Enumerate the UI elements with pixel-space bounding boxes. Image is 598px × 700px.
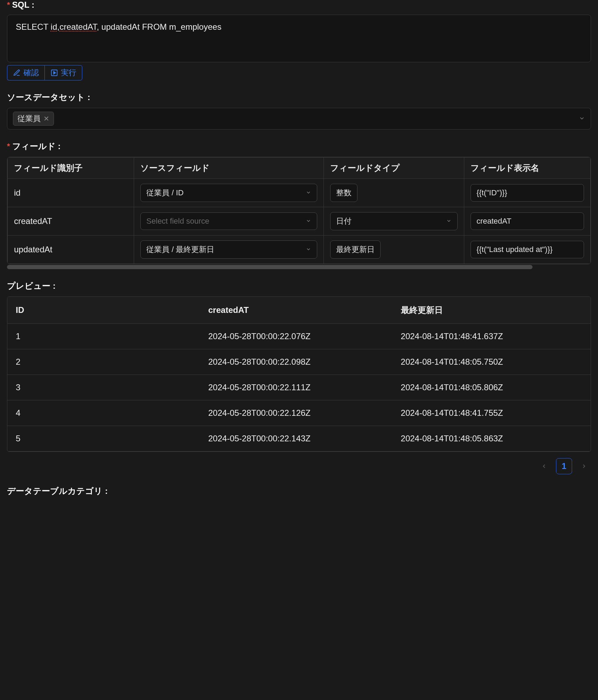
table-row: updatedAt従業員 / 最終更新日最終更新日{{t("Last updat… bbox=[8, 236, 591, 264]
preview-label: プレビュー : bbox=[7, 280, 591, 292]
chevron-down-icon bbox=[446, 217, 452, 226]
preview-cell: 2024-05-28T00:00:22.111Z bbox=[200, 375, 392, 400]
table-row: 22024-05-28T00:00:22.098Z2024-08-14T01:4… bbox=[7, 349, 591, 375]
preview-cell: 2024-08-14T01:48:05.863Z bbox=[392, 426, 591, 451]
fields-col-identifier: フィールド識別子 bbox=[8, 158, 134, 179]
sql-text-part: SELECT bbox=[16, 22, 51, 31]
field-source-value: Select field source bbox=[146, 217, 209, 226]
field-source-value: 従業員 / ID bbox=[146, 188, 183, 198]
execute-button[interactable]: 実行 bbox=[44, 65, 82, 80]
table-row: id従業員 / ID整数{{t("ID")}} bbox=[8, 179, 591, 207]
field-source-cell: 従業員 / 最終更新日 bbox=[134, 236, 324, 264]
chevron-down-icon bbox=[306, 188, 311, 197]
table-row: 32024-05-28T00:00:22.111Z2024-08-14T01:4… bbox=[7, 375, 591, 400]
page-prev[interactable] bbox=[537, 459, 551, 473]
category-label: データテーブルカテゴリ : bbox=[7, 485, 591, 497]
preview-cell: 2024-05-28T00:00:22.098Z bbox=[200, 349, 392, 375]
preview-cell: 2024-08-14T01:48:41.755Z bbox=[392, 400, 591, 426]
sql-editor[interactable]: SELECT id,createdAT, updatedAt FROM m_em… bbox=[7, 15, 591, 62]
sql-text-part: id bbox=[51, 22, 57, 31]
preview-cell: 3 bbox=[7, 375, 200, 400]
svg-marker-1 bbox=[54, 71, 56, 74]
preview-cell: 2024-08-14T01:48:05.806Z bbox=[392, 375, 591, 400]
field-display-cell: createdAT bbox=[464, 207, 590, 236]
chevron-down-icon bbox=[306, 245, 311, 254]
table-row: 52024-05-28T00:00:22.143Z2024-08-14T01:4… bbox=[7, 426, 591, 451]
table-row: createdATSelect field source日付createdAT bbox=[8, 207, 591, 236]
field-source-value: 従業員 / 最終更新日 bbox=[146, 244, 214, 255]
sql-text-part: , bbox=[57, 22, 60, 31]
field-type-cell: 日付 bbox=[324, 207, 464, 236]
preview-table: ID createdAT 最終更新日 12024-05-28T00:00:22.… bbox=[7, 296, 591, 452]
fields-col-display: フィールド表示名 bbox=[464, 158, 590, 179]
field-display-input[interactable]: {{t("Last updated at")}} bbox=[471, 241, 584, 258]
execute-button-label: 実行 bbox=[61, 68, 76, 78]
preview-col-0: ID bbox=[7, 297, 200, 324]
fields-table: フィールド識別子 ソースフィールド フィールドタイプ フィールド表示名 id従業… bbox=[7, 157, 591, 264]
fields-label: フィールド : bbox=[7, 141, 591, 152]
confirm-button[interactable]: 確認 bbox=[7, 65, 44, 80]
source-dataset-select[interactable]: 従業員 ✕ bbox=[7, 108, 591, 130]
field-type-tag[interactable]: 最終更新日 bbox=[330, 240, 381, 259]
field-source-select[interactable]: 従業員 / ID bbox=[140, 184, 317, 202]
field-identifier: createdAT bbox=[8, 207, 134, 236]
preview-cell: 2024-05-28T00:00:22.076Z bbox=[200, 324, 392, 349]
preview-col-1: createdAT bbox=[200, 297, 392, 324]
field-type-value: 日付 bbox=[336, 216, 352, 226]
preview-cell: 2024-08-14T01:48:05.750Z bbox=[392, 349, 591, 375]
field-source-cell: 従業員 / ID bbox=[134, 179, 324, 207]
edit-icon bbox=[13, 69, 21, 77]
preview-header-row: ID createdAT 最終更新日 bbox=[7, 297, 591, 324]
preview-cell: 2 bbox=[7, 349, 200, 375]
field-display-cell: {{t("Last updated at")}} bbox=[464, 236, 590, 264]
preview-cell: 4 bbox=[7, 400, 200, 426]
sql-text-part: , updatedAt FROM m_employees bbox=[97, 22, 221, 31]
field-type-cell: 整数 bbox=[324, 179, 464, 207]
fields-col-source: ソースフィールド bbox=[134, 158, 324, 179]
page-next[interactable] bbox=[577, 459, 591, 473]
fields-col-type: フィールドタイプ bbox=[324, 158, 464, 179]
field-type-select[interactable]: 日付 bbox=[330, 212, 458, 230]
preview-cell: 2024-05-28T00:00:22.126Z bbox=[200, 400, 392, 426]
field-display-cell: {{t("ID")}} bbox=[464, 179, 590, 207]
field-type-tag[interactable]: 整数 bbox=[330, 184, 357, 202]
confirm-button-label: 確認 bbox=[23, 68, 39, 78]
dataset-tag[interactable]: 従業員 ✕ bbox=[13, 112, 54, 126]
field-source-select[interactable]: Select field source bbox=[140, 212, 317, 230]
pagination: 1 bbox=[7, 458, 591, 474]
table-row: 12024-05-28T00:00:22.076Z2024-08-14T01:4… bbox=[7, 324, 591, 349]
chevron-down-icon bbox=[579, 114, 585, 124]
field-source-select[interactable]: 従業員 / 最終更新日 bbox=[140, 240, 317, 259]
scrollbar-thumb[interactable] bbox=[7, 265, 533, 269]
page-number-current[interactable]: 1 bbox=[556, 458, 572, 474]
horizontal-scrollbar[interactable] bbox=[7, 265, 591, 269]
field-identifier: id bbox=[8, 179, 134, 207]
field-source-cell: Select field source bbox=[134, 207, 324, 236]
preview-cell: 1 bbox=[7, 324, 200, 349]
close-icon[interactable]: ✕ bbox=[43, 114, 49, 123]
preview-cell: 2024-08-14T01:48:41.637Z bbox=[392, 324, 591, 349]
dataset-tag-label: 従業員 bbox=[18, 113, 41, 124]
field-identifier: updatedAt bbox=[8, 236, 134, 264]
fields-header-row: フィールド識別子 ソースフィールド フィールドタイプ フィールド表示名 bbox=[8, 158, 591, 179]
play-icon bbox=[50, 69, 58, 77]
preview-cell: 5 bbox=[7, 426, 200, 451]
preview-col-2: 最終更新日 bbox=[392, 297, 591, 324]
table-row: 42024-05-28T00:00:22.126Z2024-08-14T01:4… bbox=[7, 400, 591, 426]
field-display-input[interactable]: createdAT bbox=[471, 212, 584, 230]
preview-cell: 2024-05-28T00:00:22.143Z bbox=[200, 426, 392, 451]
sql-label: SQL : bbox=[7, 0, 591, 10]
chevron-down-icon bbox=[306, 217, 311, 226]
sql-text-part: createdAT bbox=[60, 22, 97, 31]
field-display-input[interactable]: {{t("ID")}} bbox=[471, 184, 584, 202]
source-dataset-label: ソースデータセット : bbox=[7, 92, 591, 103]
field-type-cell: 最終更新日 bbox=[324, 236, 464, 264]
